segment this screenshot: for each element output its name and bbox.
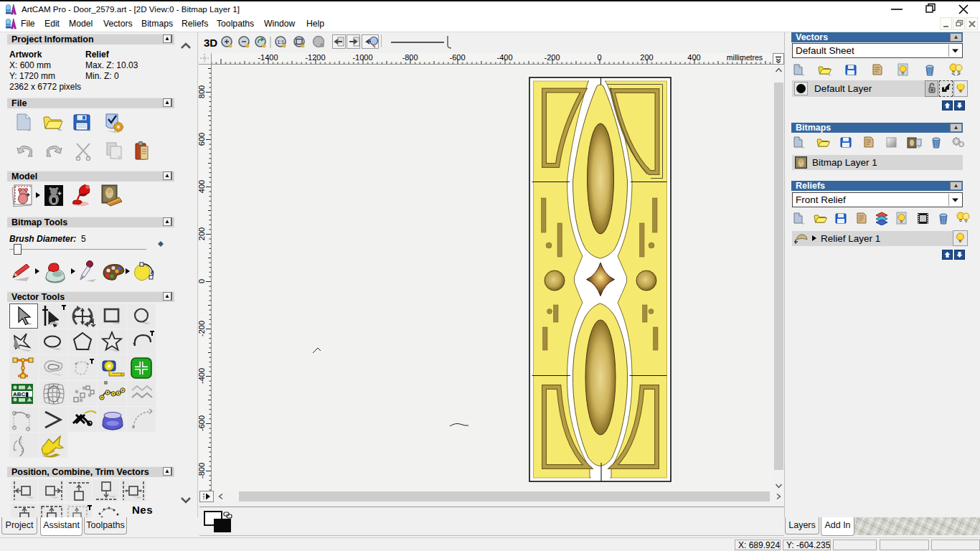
svg-text:800: 800 [199, 85, 206, 98]
svg-text:-1200: -1200 [305, 53, 325, 62]
svg-text:-600: -600 [199, 415, 206, 431]
svg-text:-800: -800 [402, 53, 418, 62]
svg-text:-200: -200 [199, 321, 206, 336]
svg-text:400: 400 [199, 180, 206, 193]
svg-text:-200: -200 [544, 53, 560, 62]
svg-text:400: 400 [687, 53, 700, 62]
svg-text:1:1: 1:1 [278, 39, 285, 44]
svg-text:-1400: -1400 [258, 53, 278, 62]
svg-text:-800: -800 [199, 463, 206, 479]
svg-text:0: 0 [597, 53, 601, 62]
svg-text:200: 200 [640, 53, 653, 62]
svg-text:ABC▮: ABC▮ [13, 391, 29, 397]
svg-text:-400: -400 [496, 53, 512, 62]
svg-text:200: 200 [199, 227, 206, 240]
svg-text:millimetres: millimetres [727, 53, 763, 62]
svg-text:-1000: -1000 [352, 53, 372, 62]
svg-text:-600: -600 [449, 53, 465, 62]
svg-text:-400: -400 [199, 368, 206, 384]
svg-text:600: 600 [199, 133, 206, 146]
svg-text:0: 0 [199, 279, 206, 283]
